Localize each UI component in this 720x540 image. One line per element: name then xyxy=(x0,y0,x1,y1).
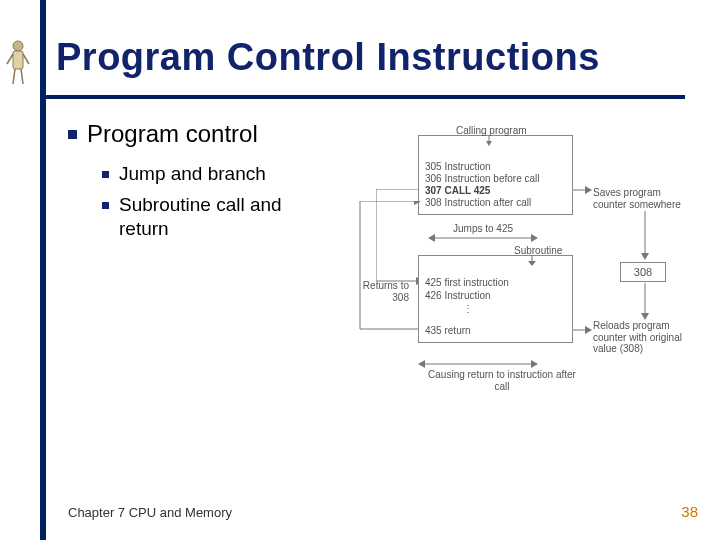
svg-marker-11 xyxy=(585,186,592,194)
svg-marker-9 xyxy=(641,253,649,260)
instr-426: 426 Instruction xyxy=(425,290,491,302)
arrow-icon xyxy=(428,233,538,243)
slide-title: Program Control Instructions xyxy=(56,36,600,79)
arrow-icon xyxy=(474,135,504,147)
svg-line-2 xyxy=(7,54,13,64)
arrow-icon xyxy=(638,211,652,261)
arrow-icon xyxy=(354,201,420,335)
bullet-body: Program control Jump and branch Subrouti… xyxy=(68,120,368,248)
ellipsis: ⋮ xyxy=(463,303,475,315)
instr-306: 306 Instruction before call xyxy=(425,173,540,185)
saves-text: Saves program counter somewhere xyxy=(593,187,688,210)
svg-rect-1 xyxy=(13,51,23,69)
reloads-text: Reloads program counter with original va… xyxy=(593,320,703,355)
svg-marker-25 xyxy=(531,360,538,368)
square-bullet-icon xyxy=(102,202,109,209)
svg-marker-18 xyxy=(414,201,420,205)
instr-308: 308 Instruction after call xyxy=(425,197,531,209)
arrow-icon xyxy=(418,359,538,369)
square-bullet-icon xyxy=(102,171,109,178)
instr-425: 425 first instruction xyxy=(425,277,509,289)
footer-page: 38 xyxy=(681,503,698,520)
instr-307: 307 CALL 425 xyxy=(425,185,490,197)
jumps-label: Jumps to 425 xyxy=(453,223,513,235)
svg-marker-15 xyxy=(531,234,538,242)
bullet-text: Subroutine call and return xyxy=(119,193,332,242)
subroutine-diagram: Calling program 305 Instruction 306 Inst… xyxy=(358,125,698,425)
square-bullet-icon xyxy=(68,130,77,139)
arrow-icon xyxy=(573,185,593,195)
returns-label: Returns to 308 xyxy=(354,280,409,303)
bullet-lvl2: Subroutine call and return xyxy=(102,193,332,242)
saved-pc-box: 308 xyxy=(620,262,666,282)
svg-marker-22 xyxy=(641,313,649,320)
instr-435: 435 return xyxy=(425,325,471,337)
bullet-text: Jump and branch xyxy=(119,162,266,187)
bullet-text: Program control xyxy=(87,120,258,148)
svg-line-5 xyxy=(21,69,23,84)
horizontal-rule xyxy=(40,95,685,99)
svg-point-0 xyxy=(13,41,23,51)
arrow-icon xyxy=(638,283,652,321)
svg-marker-7 xyxy=(486,141,492,146)
mascot-icon xyxy=(4,38,32,90)
svg-line-3 xyxy=(23,54,29,64)
subroutine-label: Subroutine xyxy=(514,245,562,257)
svg-marker-17 xyxy=(528,261,536,266)
cause-text: Causing return to instruction after call xyxy=(422,369,582,392)
vertical-rule xyxy=(40,0,46,540)
slide: Program Control Instructions Program con… xyxy=(0,0,720,540)
bullet-lvl2: Jump and branch xyxy=(102,162,332,187)
bullet-lvl1: Program control xyxy=(68,120,368,148)
svg-marker-20 xyxy=(585,326,592,334)
instr-305: 305 Instruction xyxy=(425,161,491,173)
arrow-icon xyxy=(573,325,593,335)
svg-marker-14 xyxy=(428,234,435,242)
footer-chapter: Chapter 7 CPU and Memory xyxy=(68,505,232,520)
svg-line-4 xyxy=(13,69,15,84)
arrow-icon xyxy=(522,256,542,266)
svg-marker-24 xyxy=(418,360,425,368)
